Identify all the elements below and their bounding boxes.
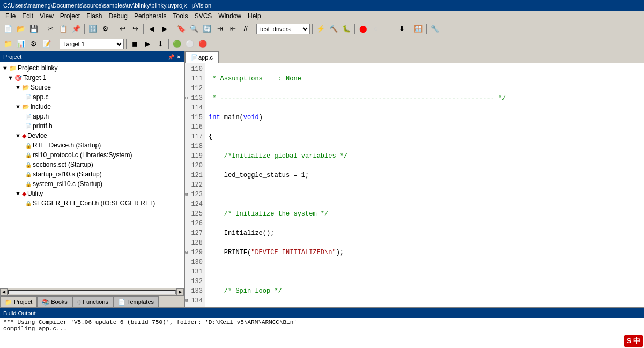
tree-segger-rtt[interactable]: 🔒 SEGGER_RTT_Conf.h (IO:SEGGER RTT) [0, 198, 184, 208]
collapse-129[interactable]: ⊟ [185, 248, 188, 257]
project-header-icons: 📌 ✕ [168, 54, 181, 60]
open-btn[interactable]: 📂 [15, 23, 27, 35]
code-editor[interactable]: * Assumptions : None * -----------------… [205, 63, 644, 307]
tree-rsl10-protocol[interactable]: 🔒 rsl10_protocol.c (Libraries:System) [0, 150, 184, 160]
sep2 [84, 24, 85, 34]
tree-sections-label: sections.sct (Startup) [33, 161, 93, 168]
menu-edit[interactable]: Edit [19, 11, 36, 21]
debug-btn[interactable]: 🐛 [340, 23, 352, 35]
scroll-right-arrow[interactable]: ▶ [176, 288, 184, 296]
bookmark-btn[interactable]: 🔖 [175, 23, 187, 35]
minus-btn[interactable]: — [383, 23, 395, 35]
sep10 [426, 24, 427, 34]
editor-area[interactable]: 110 111 112 ⊟ 113 114 115 116 117 118 11… [185, 63, 644, 307]
tb2-btn5[interactable]: ◼ [129, 38, 140, 50]
tab-books[interactable]: 📚 Books [37, 296, 72, 307]
tree-rte-device[interactable]: 🔒 RTE_Device.h (Startup) [0, 140, 184, 150]
pin-icon[interactable]: 📌 [168, 54, 174, 60]
collapse-123[interactable]: ⊟ [185, 190, 188, 199]
sep11 [55, 39, 55, 49]
tree-utility-folder[interactable]: ▼ ◆ Utility [0, 189, 184, 198]
tree-app-c[interactable]: 📄 app.c [0, 92, 184, 102]
tree-device-folder[interactable]: ▼ ◆ Device [0, 131, 184, 140]
line-num-127: 127 [185, 228, 205, 238]
config-dropdown[interactable]: test_drivers [256, 24, 310, 34]
menu-window[interactable]: Window [215, 11, 245, 21]
title-text: C:\Users\mameng\Documents\source\samples… [3, 2, 211, 9]
save-btn[interactable]: 💾 [28, 23, 40, 35]
menu-help[interactable]: Help [245, 11, 264, 21]
circle-btn[interactable]: ○ [370, 23, 382, 35]
build-btn[interactable]: 🔨 [328, 23, 339, 35]
tb2-btn1[interactable]: 📁 [2, 38, 14, 50]
tree-sections-sct[interactable]: 🔒 sections.sct (Startup) [0, 160, 184, 169]
project-tree[interactable]: ▼ 📁 Project: blinky ▼ 🎯 Target 1 ▼ 📂 Sou… [0, 62, 184, 288]
menu-project[interactable]: Project [57, 11, 83, 21]
window-btn[interactable]: 🪟 [412, 23, 424, 35]
menu-svcs[interactable]: SVCS [191, 11, 216, 21]
comment-btn[interactable]: // [240, 23, 251, 35]
tb2-color1[interactable]: 🟢 [171, 38, 183, 50]
tree-rsl10-protocol-label: rsl10_protocol.c (Libraries:System) [33, 151, 132, 159]
cut-btn[interactable]: ✂ [45, 23, 56, 35]
paste-btn[interactable]: 📌 [70, 23, 82, 35]
scroll-track[interactable] [8, 290, 176, 294]
settings-btn[interactable]: 🔧 [429, 23, 441, 35]
tb2-btn3[interactable]: ⚙ [28, 38, 40, 50]
menu-debug[interactable]: Debug [106, 11, 131, 21]
editor-panel: 📄 app.c 110 111 112 ⊟ 113 114 115 116 [185, 51, 644, 307]
collapse-134[interactable]: ⊟ [185, 296, 188, 306]
editor-tab-app-c[interactable]: 📄 app.c [185, 51, 219, 63]
tb2-color2[interactable]: ⚪ [184, 38, 196, 50]
tree-root[interactable]: ▼ 📁 Project: blinky [0, 63, 184, 73]
collapse-113[interactable]: ⊟ [185, 93, 188, 103]
tree-printf-h[interactable]: 📄 printf.h [0, 121, 184, 131]
btn5[interactable]: ⚙ [100, 23, 112, 35]
tab-project[interactable]: 📁 Project [0, 296, 37, 307]
undo-btn[interactable]: ↩ [116, 23, 128, 35]
nav-fwd-btn[interactable]: ▶ [159, 23, 171, 35]
nav-back-btn[interactable]: ◀ [146, 23, 158, 35]
redo-btn[interactable]: ↪ [129, 23, 141, 35]
tb2-btn2[interactable]: 📊 [15, 38, 27, 50]
replace-btn[interactable]: 🔄 [201, 23, 213, 35]
target-dropdown[interactable]: Target 1 [60, 39, 124, 49]
tree-source-folder[interactable]: ▼ 📂 Source [0, 83, 184, 92]
tb2-btn6[interactable]: ▶ [142, 38, 153, 50]
tree-startup-rsl10[interactable]: 🔒 startup_rsl10.s (Startup) [0, 169, 184, 179]
scroll-left-arrow[interactable]: ◀ [0, 288, 8, 296]
close-icon[interactable]: ✕ [176, 54, 181, 60]
tree-include-expand: ▼ [15, 103, 21, 110]
indent-btn[interactable]: ⇥ [214, 23, 226, 35]
tb2-color3[interactable]: 🔴 [197, 38, 209, 50]
sep9 [410, 24, 410, 34]
tree-system-label: system_rsl10.c (Startup) [33, 180, 102, 188]
log-btn[interactable]: 🔢 [87, 23, 99, 35]
sogou-input-icon[interactable]: S 中 [624, 335, 643, 347]
new-file-btn[interactable]: 📄 [2, 23, 14, 35]
dl-btn[interactable]: ⬇ [396, 23, 408, 35]
build-line-1: *** Using Compiler 'V5.06 update 6 (buil… [3, 319, 641, 325]
menu-peripherals[interactable]: Peripherals [131, 11, 170, 21]
tree-target1[interactable]: ▼ 🎯 Target 1 [0, 73, 184, 83]
tb2-download-btn[interactable]: ⬇ [154, 38, 166, 50]
tb2-btn4[interactable]: 📝 [41, 38, 53, 50]
tree-app-h[interactable]: 📄 app.h [0, 112, 184, 121]
menu-view[interactable]: View [36, 11, 57, 21]
menu-flash[interactable]: Flash [83, 11, 105, 21]
tree-device-label: Device [27, 132, 47, 139]
search-btn[interactable]: 🔍 [188, 23, 200, 35]
left-horizontal-scrollbar[interactable]: ◀ ▶ [0, 288, 184, 295]
menu-file[interactable]: File [2, 11, 19, 21]
menu-tools[interactable]: Tools [170, 11, 191, 21]
sep4 [143, 24, 144, 34]
menu-bar: File Edit View Project Flash Debug Perip… [0, 11, 644, 21]
build-all-btn[interactable]: ⚡ [315, 23, 327, 35]
tab-templates[interactable]: 📄 Templates [113, 296, 159, 307]
tree-system-rsl10[interactable]: 🔒 system_rsl10.c (Startup) [0, 179, 184, 189]
tab-functions[interactable]: {} Functions [72, 296, 113, 307]
stop-btn[interactable]: ⬤ [357, 23, 369, 35]
unindent-btn[interactable]: ⇤ [227, 23, 239, 35]
copy-btn[interactable]: 📋 [57, 23, 69, 35]
tree-include-folder[interactable]: ▼ 📂 include [0, 102, 184, 112]
